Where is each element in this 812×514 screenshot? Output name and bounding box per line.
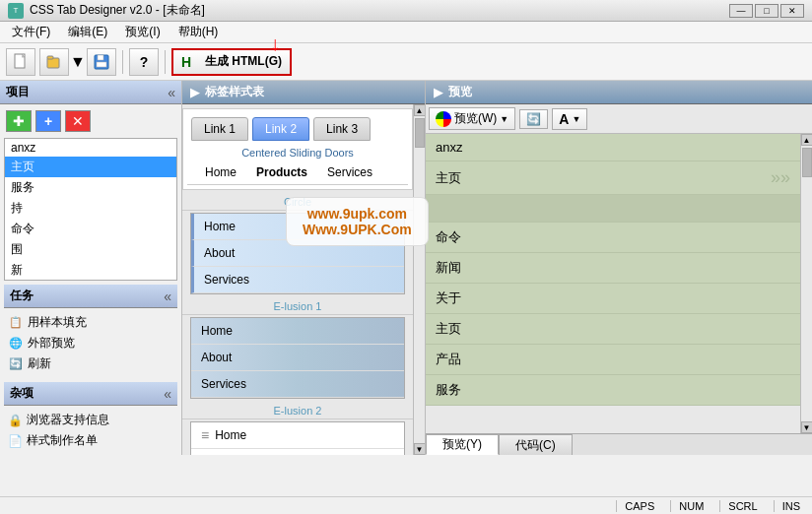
project-list[interactable]: anxz 主页 服务 持 命令 围 新 关 全 吉 千 产品 服务 支持 命令 …: [4, 138, 177, 281]
project-item-new[interactable]: 新: [5, 260, 176, 281]
elusion1-home[interactable]: Home: [191, 318, 404, 345]
circle-home[interactable]: Home: [191, 214, 404, 240]
task-fill-sample[interactable]: 📋 用样本填充: [4, 312, 177, 333]
open-button[interactable]: [39, 48, 69, 76]
delete-button[interactable]: ✕: [65, 110, 91, 132]
elusion2-home[interactable]: Home: [191, 422, 404, 449]
elusion1-about[interactable]: About: [191, 345, 404, 371]
window-title: CSS Tab Designer v2.0 - [未命名]: [30, 2, 205, 19]
link-tab-1[interactable]: Link 1: [191, 117, 248, 141]
center-inner[interactable]: Link 1 Link 2 Link 3 Centered Sliding Do…: [182, 104, 413, 455]
right-scrollbar[interactable]: ▲ ▼: [800, 134, 812, 433]
add-green-button[interactable]: ✚: [6, 110, 32, 132]
browser-support-icon: 🔒: [8, 414, 23, 427]
project-item-service[interactable]: 服务: [5, 177, 176, 198]
right-header-arrow: ▶: [434, 86, 442, 99]
preview-news[interactable]: 新闻: [426, 253, 800, 284]
preview-empty1[interactable]: [426, 195, 800, 223]
refresh-icon: 🔄: [8, 356, 24, 372]
project-collapse[interactable]: «: [168, 85, 175, 100]
project-item-homepage[interactable]: 主页: [5, 157, 176, 177]
preview-homepage[interactable]: 主页 »»: [426, 161, 800, 195]
project-item-w[interactable]: 围: [5, 239, 176, 260]
right-scroll-up[interactable]: ▲: [801, 134, 813, 146]
window-controls: — □ ✕: [729, 4, 804, 18]
refresh-preview-button[interactable]: 🔄: [519, 109, 548, 129]
close-button[interactable]: ✕: [780, 4, 804, 18]
task-refresh[interactable]: 🔄 刷新: [4, 353, 177, 374]
external-preview-icon: 🌐: [8, 336, 24, 352]
status-scrl: SCRL: [719, 500, 765, 512]
open-dropdown[interactable]: ▼: [73, 48, 83, 76]
generate-html-button[interactable]: ↓ H 生成 HTML(G): [171, 48, 292, 76]
center-scrollbar[interactable]: ▲ ▼: [413, 104, 425, 455]
task-title: 任务: [10, 288, 34, 304]
save-button[interactable]: [87, 48, 116, 76]
code-dropdown[interactable]: ▼: [572, 114, 580, 124]
help-button[interactable]: ?: [129, 48, 159, 76]
right-scroll-thumb[interactable]: [802, 148, 812, 177]
right-scroll-down[interactable]: ▼: [801, 421, 813, 433]
elusion2-about[interactable]: About: [191, 449, 404, 455]
preview-button[interactable]: 预览(W) ▼: [429, 107, 515, 130]
project-buttons: ✚ + ✕: [0, 104, 181, 138]
menu-bar: 文件(F) 编辑(E) 预览(I) 帮助(H): [0, 22, 812, 43]
code-view-button[interactable]: A ▼: [552, 108, 587, 130]
refresh-icon2: 🔄: [526, 112, 541, 126]
project-item-cmd[interactable]: 命令: [5, 219, 176, 239]
center-scroll-thumb[interactable]: [415, 118, 425, 148]
circle-about[interactable]: About: [191, 240, 404, 267]
task-external-preview[interactable]: 🌐 外部预览: [4, 333, 177, 353]
center-header: ▶ 标签样式表: [182, 81, 425, 104]
preview-anxz[interactable]: anxz: [426, 134, 800, 161]
status-num: NUM: [670, 500, 711, 512]
link-tab-3[interactable]: Link 3: [313, 117, 371, 141]
center-scroll-down[interactable]: ▼: [414, 443, 426, 455]
tab-preview-label: 预览(Y): [442, 436, 482, 453]
horiz-home[interactable]: Home: [195, 162, 246, 182]
project-item-support[interactable]: 持: [5, 198, 176, 219]
project-item-anxz[interactable]: anxz: [5, 139, 176, 157]
svg-text:H: H: [181, 54, 191, 70]
menu-preview[interactable]: 预览(I): [117, 22, 168, 42]
horiz-services[interactable]: Services: [317, 162, 382, 182]
minimize-button[interactable]: —: [729, 4, 753, 18]
circle-services[interactable]: Services: [191, 267, 404, 293]
task-collapse[interactable]: «: [164, 289, 171, 304]
elusion1-services[interactable]: Services: [191, 371, 404, 398]
svg-rect-2: [47, 56, 53, 59]
right-toolbar: 预览(W) ▼ 🔄 A ▼: [426, 104, 812, 134]
preview-service[interactable]: 服务: [426, 375, 800, 406]
misc-browser-support[interactable]: 🔒 浏览器支持信息: [4, 410, 177, 430]
style-list-icon: 📄: [8, 434, 23, 448]
horiz-nav-1: Home Products Services: [187, 161, 408, 185]
center-header-arrow: ▶: [190, 86, 199, 99]
menu-file[interactable]: 文件(F): [4, 22, 58, 42]
misc-style-list[interactable]: 📄 样式制作名单: [4, 430, 177, 451]
add-blue-button[interactable]: +: [35, 110, 61, 132]
preview-cmd[interactable]: 命令: [426, 223, 800, 253]
new-button[interactable]: [6, 48, 35, 76]
circle-menu: Home About Services: [190, 213, 405, 294]
preview-homepage-label: 主页: [436, 169, 461, 187]
browser-icon: [436, 111, 451, 127]
right-panel: ▶ 预览 预览(W) ▼ 🔄 A ▼ anxz 主页 »»: [426, 81, 812, 455]
preview-product[interactable]: 产品: [426, 345, 800, 375]
red-arrow-indicator: ↓: [270, 32, 280, 55]
menu-help[interactable]: 帮助(H): [170, 22, 227, 42]
preview-main[interactable]: 主页: [426, 314, 800, 345]
center-scroll-up[interactable]: ▲: [414, 104, 426, 116]
task-header: 任务 «: [4, 285, 177, 308]
menu-edit[interactable]: 编辑(E): [60, 22, 115, 42]
link-tab-2[interactable]: Link 2: [252, 117, 309, 141]
generate-label: 生成 HTML(G): [205, 53, 282, 70]
tab-code[interactable]: 代码(C): [499, 434, 573, 455]
preview-dropdown[interactable]: ▼: [500, 114, 508, 124]
tab-preview[interactable]: 预览(Y): [426, 434, 499, 455]
center-panel: ▶ 标签样式表 Link 1 Link 2 Link 3 Centered Sl…: [182, 81, 426, 455]
right-inner[interactable]: anxz 主页 »» 命令 新闻 关于 主页 产品 服务: [426, 134, 800, 433]
horiz-products[interactable]: Products: [246, 162, 317, 182]
misc-collapse[interactable]: «: [164, 386, 171, 402]
maximize-button[interactable]: □: [755, 4, 778, 18]
preview-about[interactable]: 关于: [426, 284, 800, 314]
